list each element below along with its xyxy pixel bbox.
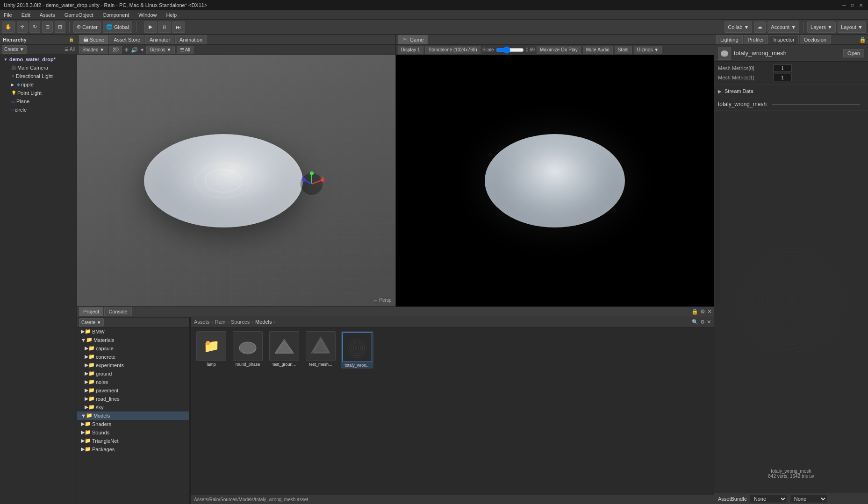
proj-item-materials[interactable]: ▼ 📁 Materials <box>77 336 189 344</box>
tab-lighting[interactable]: Lighting <box>716 35 743 44</box>
menu-assets[interactable]: Assets <box>38 11 57 19</box>
maximize-button[interactable]: □ <box>849 2 856 8</box>
game-viewport[interactable] <box>396 55 714 306</box>
inspector-lock-icon[interactable]: 🔒 <box>859 36 866 43</box>
mesh-metrics-0-field[interactable] <box>773 64 792 72</box>
proj-item-concrete[interactable]: ▶ 📁 concrete <box>77 353 189 361</box>
proj-item-packages[interactable]: ▶ 📁 Packages <box>77 445 189 454</box>
close-button[interactable]: ✕ <box>858 2 864 8</box>
layout-button[interactable]: Layout ▼ <box>838 21 866 33</box>
hierarchy-item-circle[interactable]: ○ circle <box>0 106 77 114</box>
proj-item-pavement[interactable]: ▶ 📁 pavement <box>77 386 189 395</box>
proj-item-bmw[interactable]: ▶ 📁 BMW <box>77 327 189 336</box>
settings-icon[interactable]: ⚙ <box>700 319 705 325</box>
collab-button[interactable]: Collab ▼ <box>725 21 752 33</box>
resolution-dropdown[interactable]: Standalone (1024x768) <box>425 46 481 54</box>
layers-button[interactable]: Layers ▼ <box>807 21 836 33</box>
hierarchy-item-main-camera[interactable]: 🎥 Main Camera <box>0 64 77 72</box>
hierarchy-item-plane[interactable]: ▭ Plane <box>0 97 77 106</box>
asset-bundle-variant-select[interactable]: None <box>790 495 827 503</box>
tool-rotate[interactable]: ↻ <box>29 21 40 33</box>
menu-help[interactable]: Help <box>164 11 179 19</box>
asset-totaly-wrong-mesh[interactable]: totaly_wron... <box>341 331 373 369</box>
bottom-settings-icon[interactable]: ⚙ <box>700 308 705 315</box>
breadcrumb-rain[interactable]: Rain <box>215 319 226 325</box>
scene-filter[interactable]: ☰ All <box>177 46 194 54</box>
step-button[interactable]: ⏭ <box>172 21 185 33</box>
hierarchy-tab[interactable]: Hierarchy <box>3 37 27 43</box>
scene-viewport[interactable]: X Y Z ← Per <box>77 55 395 306</box>
hierarchy-root[interactable]: ▼ demo_water_drop* <box>0 55 77 64</box>
tab-occlusion[interactable]: Occlusion <box>800 35 831 44</box>
proj-item-shaders[interactable]: ▶ 📁 Shaders <box>77 420 189 428</box>
proj-item-trianglenet[interactable]: ▶ 📁 TriangleNet <box>77 437 189 445</box>
asset-round-phase[interactable]: round_phase <box>231 331 264 369</box>
game-gizmos-dropdown[interactable]: Gizmos ▼ <box>634 46 662 54</box>
menu-gameobject[interactable]: GameObject <box>63 11 95 19</box>
close-icon[interactable]: ✕ <box>707 319 711 325</box>
hierarchy-item-directional-light[interactable]: ☀ Directional Light <box>0 72 77 80</box>
gizmos-dropdown[interactable]: Gizmos ▼ <box>146 46 175 54</box>
tab-inspector[interactable]: Inspector <box>769 35 798 44</box>
inspector-open-button[interactable]: Open <box>843 49 864 57</box>
hierarchy-create[interactable]: Create ▼ <box>2 45 27 54</box>
search-icon[interactable]: 🔍 <box>692 319 698 325</box>
audio-icon[interactable]: 🔊 <box>131 47 138 53</box>
proj-item-sky[interactable]: ▶ 📁 sky <box>77 403 189 412</box>
lights-icon[interactable]: ☀ <box>124 47 129 53</box>
breadcrumb-assets[interactable]: Assets <box>194 319 209 325</box>
stats-button[interactable]: Stats <box>615 46 632 54</box>
tool-move[interactable]: ✛ <box>17 21 28 33</box>
space-button[interactable]: 🌐 Global <box>103 21 132 33</box>
minimize-button[interactable]: ─ <box>841 2 847 8</box>
hierarchy-item-ripple[interactable]: ▶ ◆ ripple <box>0 80 77 89</box>
hierarchy-item-point-light[interactable]: 💡 Point Light <box>0 89 77 97</box>
stream-data-row[interactable]: ▶ Stream Data <box>718 86 864 96</box>
mode-2d-button[interactable]: 2D <box>109 46 122 54</box>
tab-animation[interactable]: Animation <box>175 35 207 44</box>
window-controls[interactable]: ─ □ ✕ <box>841 2 864 8</box>
play-button[interactable]: ▶ <box>144 21 157 33</box>
asset-bundle-select[interactable]: None <box>750 495 787 503</box>
perspective-label[interactable]: ← Persp <box>373 298 392 303</box>
project-create-btn[interactable]: Create ▼ <box>79 318 104 327</box>
tab-console[interactable]: Console <box>104 307 131 316</box>
scale-slider[interactable] <box>496 46 524 54</box>
breadcrumb-sources[interactable]: Sources <box>231 319 250 325</box>
tab-project[interactable]: Project <box>79 307 103 316</box>
pause-button[interactable]: ⏸ <box>158 21 171 33</box>
tab-asset-store[interactable]: Asset Store <box>109 35 144 44</box>
maximize-toggle[interactable]: Maximize On Play <box>537 46 581 54</box>
tab-animator[interactable]: Animator <box>145 35 174 44</box>
asset-lamp[interactable]: 📁 lamp <box>195 331 228 369</box>
mesh-metrics-1-field[interactable] <box>773 74 792 81</box>
asset-test-ground[interactable]: test_groun... <box>268 331 301 369</box>
tab-profiler[interactable]: Profiler <box>744 35 768 44</box>
tool-rect[interactable]: ⊞ <box>55 21 65 33</box>
account-button[interactable]: Account ▼ <box>768 21 799 33</box>
proj-item-road-lines[interactable]: ▶ 📁 road_lines <box>77 395 189 403</box>
pivot-button[interactable]: ⊕ Center <box>73 21 101 33</box>
display-dropdown[interactable]: Display 1 <box>398 46 423 54</box>
proj-item-models[interactable]: ▼ 📁 Models <box>77 412 189 420</box>
proj-item-experiments[interactable]: ▶ 📁 experiments <box>77 361 189 369</box>
tab-scene[interactable]: 🏔 Scene <box>79 35 108 44</box>
tool-hand[interactable]: ✋ <box>2 21 15 33</box>
breadcrumb-models[interactable]: Models <box>255 319 272 325</box>
mute-toggle[interactable]: Mute Audio <box>583 46 613 54</box>
proj-item-noise[interactable]: ▶ 📁 noise <box>77 378 189 386</box>
bottom-lock-icon[interactable]: 🔒 <box>691 308 698 315</box>
proj-item-capsule[interactable]: ▶ 📁 capsule <box>77 344 189 353</box>
hierarchy-filter[interactable]: ☰ All <box>65 47 75 52</box>
menu-window[interactable]: Window <box>136 11 158 19</box>
effects-icon[interactable]: ✦ <box>140 47 144 53</box>
tab-game[interactable]: 🎮 Game <box>398 35 428 44</box>
proj-item-sounds[interactable]: ▶ 📁 Sounds <box>77 428 189 437</box>
shading-dropdown[interactable]: Shaded ▼ <box>79 46 108 54</box>
proj-item-ground[interactable]: ▶ 📁 ground <box>77 369 189 378</box>
asset-test-mesh[interactable]: test_mesh... <box>304 331 337 369</box>
menu-file[interactable]: File <box>2 11 14 19</box>
tool-scale[interactable]: ⊡ <box>42 21 53 33</box>
menu-component[interactable]: Component <box>100 11 131 19</box>
menu-edit[interactable]: Edit <box>20 11 32 19</box>
